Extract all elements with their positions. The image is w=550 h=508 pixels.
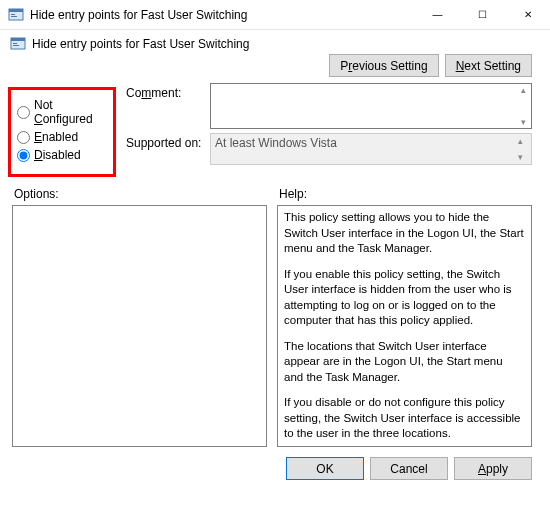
header: Hide entry points for Fast User Switchin… [0, 30, 550, 54]
help-panel: This policy setting allows you to hide t… [277, 205, 532, 447]
svg-rect-1 [9, 9, 23, 12]
help-paragraph: This policy setting allows you to hide t… [284, 210, 525, 257]
close-button[interactable]: ✕ [505, 0, 550, 30]
policy-title: Hide entry points for Fast User Switchin… [32, 37, 540, 51]
app-icon [8, 7, 24, 23]
scroll-up-icon[interactable]: ▴ [516, 85, 530, 95]
options-panel [12, 205, 267, 447]
help-paragraph: If you disable or do not configure this … [284, 395, 525, 442]
scroll-down-icon[interactable]: ▾ [516, 117, 530, 127]
previous-setting-button[interactable]: Previous Setting [329, 54, 438, 77]
svg-rect-6 [13, 43, 17, 44]
supported-scroll[interactable]: ▴ ▾ [513, 136, 527, 162]
comment-label: Comment: [126, 83, 206, 100]
supported-on-value: At least Windows Vista [215, 136, 513, 162]
radio-enabled-label[interactable]: Enabled [34, 130, 78, 144]
supported-label: Supported on: [126, 133, 206, 150]
svg-rect-2 [11, 14, 15, 15]
apply-button[interactable]: Apply [454, 457, 532, 480]
svg-rect-3 [11, 16, 17, 17]
scroll-up-icon[interactable]: ▴ [513, 136, 527, 146]
help-label: Help: [279, 187, 532, 201]
ok-button[interactable]: OK [286, 457, 364, 480]
next-setting-button[interactable]: Next Setting [445, 54, 532, 77]
scroll-down-icon[interactable]: ▾ [513, 152, 527, 162]
comment-textarea[interactable] [210, 83, 532, 129]
cancel-button[interactable]: Cancel [370, 457, 448, 480]
radio-enabled[interactable] [17, 131, 30, 144]
titlebar: Hide entry points for Fast User Switchin… [0, 0, 550, 30]
options-label: Options: [14, 187, 267, 201]
radio-group-highlight: Not Configured Enabled Disabled [8, 87, 116, 177]
radio-not-configured-label[interactable]: Not Configured [34, 98, 111, 126]
radio-not-configured[interactable] [17, 106, 30, 119]
policy-icon [10, 36, 26, 52]
window-title: Hide entry points for Fast User Switchin… [30, 8, 415, 22]
minimize-button[interactable]: — [415, 0, 460, 30]
supported-on-box: At least Windows Vista ▴ ▾ [210, 133, 532, 165]
maximize-button[interactable]: ☐ [460, 0, 505, 30]
comment-scroll[interactable]: ▴ ▾ [516, 85, 530, 127]
radio-disabled-label[interactable]: Disabled [34, 148, 81, 162]
help-paragraph: The locations that Switch User interface… [284, 339, 525, 386]
help-paragraph: If you enable this policy setting, the S… [284, 267, 525, 329]
svg-rect-7 [13, 45, 19, 46]
svg-rect-5 [11, 38, 25, 41]
radio-disabled[interactable] [17, 149, 30, 162]
